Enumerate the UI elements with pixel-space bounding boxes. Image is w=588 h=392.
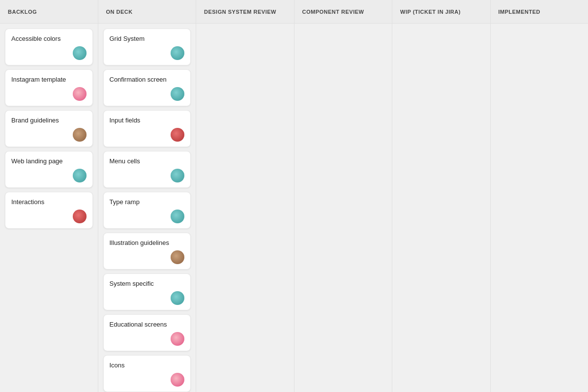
- card-footer-grid-system: [110, 46, 185, 60]
- column-header-design-system-review: DESIGN SYSTEM REVIEW: [196, 0, 294, 24]
- card-footer-brand-guidelines: [11, 128, 87, 142]
- card-footer-illustration-guidelines: [110, 250, 185, 264]
- card-footer-icons: [110, 373, 185, 387]
- card-footer-interactions: [11, 210, 87, 223]
- column-body-wip-ticket-jira: [392, 24, 490, 392]
- column-component-review: COMPONENT REVIEW: [294, 0, 393, 392]
- column-header-implemented: IMPLEMENTED: [491, 0, 588, 24]
- card-educational-screens[interactable]: Educational screens: [103, 314, 191, 351]
- column-body-design-system-review: [196, 24, 294, 392]
- avatar-instagram-template: [73, 87, 87, 101]
- card-accessible-colors[interactable]: Accessible colors: [5, 29, 93, 65]
- card-title-type-ramp: Type ramp: [110, 198, 185, 206]
- column-header-backlog: BACKLOG: [0, 0, 98, 24]
- card-title-interactions: Interactions: [11, 198, 87, 206]
- card-footer-input-fields: [110, 128, 185, 142]
- card-illustration-guidelines[interactable]: Illustration guidelines: [103, 233, 191, 270]
- column-body-backlog: Accessible colorsInstagram templateBrand…: [0, 24, 98, 392]
- column-design-system-review: DESIGN SYSTEM REVIEW: [196, 0, 294, 392]
- card-footer-system-specific: [110, 291, 185, 305]
- column-wip-ticket-jira: WIP (TICKET IN JIRA): [392, 0, 491, 392]
- card-grid-system[interactable]: Grid System: [103, 29, 191, 65]
- column-body-on-deck: Grid SystemConfirmation screenInput fiel…: [98, 24, 196, 392]
- card-title-web-landing-page: Web landing page: [11, 157, 87, 165]
- avatar-icons: [171, 373, 184, 387]
- card-menu-cells[interactable]: Menu cells: [103, 151, 191, 188]
- column-backlog: BACKLOGAccessible colorsInstagram templa…: [0, 0, 98, 392]
- card-footer-instagram-template: [11, 87, 87, 101]
- avatar-type-ramp: [171, 210, 184, 223]
- column-header-on-deck: ON DECK: [98, 0, 196, 24]
- columns-container: BACKLOGAccessible colorsInstagram templa…: [0, 0, 588, 392]
- avatar-brand-guidelines: [73, 128, 87, 142]
- card-footer-confirmation-screen: [110, 87, 185, 101]
- avatar-input-fields: [171, 128, 184, 142]
- card-type-ramp[interactable]: Type ramp: [103, 192, 191, 229]
- column-header-wip-ticket-jira: WIP (TICKET IN JIRA): [392, 0, 490, 24]
- card-input-fields[interactable]: Input fields: [103, 110, 191, 147]
- column-on-deck: ON DECKGrid SystemConfirmation screenInp…: [98, 0, 197, 392]
- card-title-illustration-guidelines: Illustration guidelines: [110, 239, 185, 246]
- card-title-confirmation-screen: Confirmation screen: [110, 76, 185, 83]
- column-body-component-review: [294, 24, 392, 392]
- card-title-brand-guidelines: Brand guidelines: [11, 117, 87, 124]
- card-system-specific[interactable]: System specific: [103, 273, 191, 310]
- card-interactions[interactable]: Interactions: [5, 192, 93, 229]
- card-icons[interactable]: Icons: [103, 355, 191, 392]
- avatar-grid-system: [171, 46, 184, 60]
- avatar-interactions: [73, 210, 87, 223]
- column-implemented: IMPLEMENTED: [491, 0, 588, 392]
- card-web-landing-page[interactable]: Web landing page: [5, 151, 93, 188]
- avatar-web-landing-page: [73, 169, 87, 182]
- card-instagram-template[interactable]: Instagram template: [5, 69, 93, 106]
- card-title-accessible-colors: Accessible colors: [11, 35, 87, 42]
- avatar-menu-cells: [171, 169, 184, 182]
- card-title-system-specific: System specific: [110, 280, 185, 287]
- card-confirmation-screen[interactable]: Confirmation screen: [103, 69, 191, 106]
- card-title-input-fields: Input fields: [110, 117, 185, 124]
- card-footer-menu-cells: [110, 169, 185, 182]
- card-title-instagram-template: Instagram template: [11, 76, 87, 83]
- card-title-icons: Icons: [110, 362, 185, 369]
- card-brand-guidelines[interactable]: Brand guidelines: [5, 110, 93, 147]
- avatar-confirmation-screen: [171, 87, 184, 101]
- card-title-menu-cells: Menu cells: [110, 157, 185, 165]
- avatar-educational-screens: [171, 332, 184, 346]
- card-footer-type-ramp: [110, 210, 185, 223]
- kanban-board: BACKLOGAccessible colorsInstagram templa…: [0, 0, 588, 392]
- card-footer-web-landing-page: [11, 169, 87, 182]
- card-footer-educational-screens: [110, 332, 185, 346]
- avatar-illustration-guidelines: [171, 250, 184, 264]
- card-title-grid-system: Grid System: [110, 35, 185, 42]
- card-footer-accessible-colors: [11, 46, 87, 60]
- column-header-component-review: COMPONENT REVIEW: [294, 0, 392, 24]
- avatar-accessible-colors: [73, 46, 87, 60]
- avatar-system-specific: [171, 291, 184, 305]
- card-title-educational-screens: Educational screens: [110, 321, 185, 328]
- column-body-implemented: [491, 24, 588, 392]
